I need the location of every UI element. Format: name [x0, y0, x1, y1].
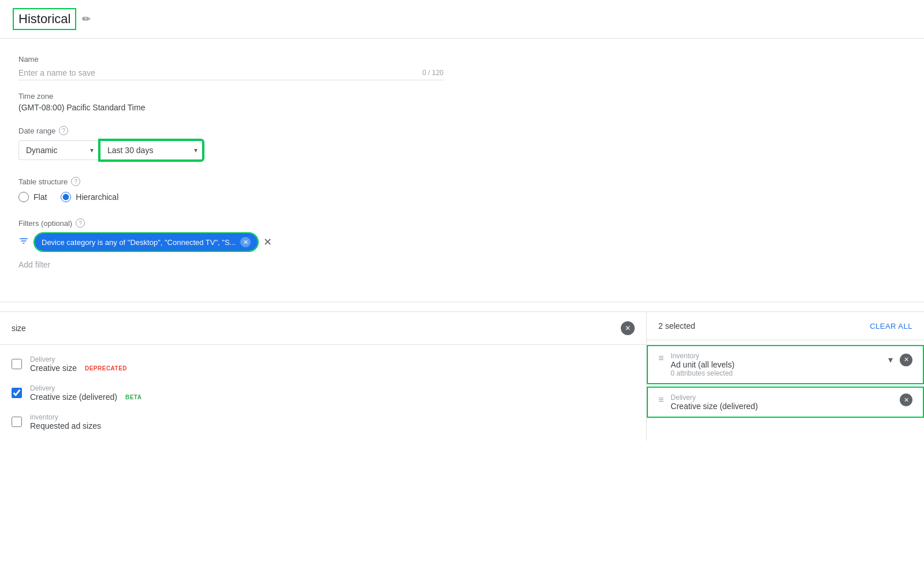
item-badge-deprecated: DEPRECATED: [81, 364, 131, 373]
list-item: inventory Requested ad sizes: [0, 407, 646, 436]
table-structure-label: Table structure ?: [18, 177, 444, 186]
drag-handle-icon: ≡: [658, 353, 664, 363]
header: Historical ✏: [0, 0, 924, 39]
remove-icon: ✕: [904, 396, 909, 404]
filters-help-icon[interactable]: ?: [76, 218, 85, 228]
left-panel-close-button[interactable]: ✕: [621, 321, 635, 335]
name-label: Name: [18, 55, 444, 64]
filters-section: Filters (optional) ? Device category is …: [18, 218, 444, 272]
radio-flat-label: Flat: [33, 192, 47, 202]
name-input[interactable]: [18, 68, 413, 77]
radio-hierarchical-label: Hierarchical: [76, 192, 118, 202]
table-structure-section: Table structure ? Flat Hierarchical: [18, 177, 444, 202]
left-panel-header: size ✕: [0, 312, 646, 345]
radio-flat[interactable]: Flat: [18, 192, 47, 202]
selected-item-row: ≡ Delivery Creative size (delivered) ✕: [647, 387, 924, 418]
remove-item-button[interactable]: ✕: [900, 354, 912, 366]
item-name-row: Creative size DEPRECATED: [30, 363, 131, 373]
date-preset-wrapper: Last 7 days Last 30 days Last 90 days La…: [99, 140, 203, 161]
item-category: Delivery: [30, 384, 145, 392]
filter-row-remove-icon[interactable]: ✕: [263, 236, 272, 248]
item-name-row: Creative size (delivered) BETA: [30, 392, 145, 402]
right-panel: 2 selected CLEAR ALL ≡ Inventory Ad unit…: [647, 312, 924, 441]
filter-chip-close-icon[interactable]: ✕: [240, 237, 251, 247]
add-filter-button[interactable]: Add filter: [18, 258, 50, 272]
selected-items-list: ≡ Inventory Ad unit (all levels) 0 attri…: [647, 340, 924, 422]
left-panel: size ✕ Delivery Creative size DEPRECATED: [0, 312, 647, 441]
radio-hierarchical-input[interactable]: [61, 192, 71, 202]
bottom-section: size ✕ Delivery Creative size DEPRECATED: [0, 311, 924, 441]
timezone-value: (GMT-08:00) Pacific Standard Time: [18, 103, 444, 112]
item-info-creative-size-delivered: Delivery Creative size (delivered) BETA: [30, 384, 145, 402]
date-preset-select[interactable]: Last 7 days Last 30 days Last 90 days La…: [99, 140, 203, 161]
remove-item-button[interactable]: ✕: [900, 393, 912, 406]
table-structure-radio-group: Flat Hierarchical: [18, 192, 444, 202]
item-checkbox-creative-size[interactable]: [12, 359, 22, 369]
selected-count: 2 selected: [658, 321, 695, 331]
selected-item-category: Inventory: [670, 352, 879, 360]
filter-funnel-icon: [18, 236, 29, 249]
items-list: Delivery Creative size DEPRECATED Delive…: [0, 345, 646, 441]
item-info-creative-size: Delivery Creative size DEPRECATED: [30, 355, 131, 373]
timezone-label: Time zone: [18, 92, 444, 101]
selected-item-info-ad-unit: Inventory Ad unit (all levels) 0 attribu…: [670, 352, 879, 377]
drag-handle-icon: ≡: [658, 395, 664, 405]
selected-item-actions: ✕: [900, 393, 912, 406]
name-input-row: 0 / 120: [18, 68, 444, 80]
selected-item-info-creative-delivered: Delivery Creative size (delivered): [670, 393, 893, 411]
item-checkbox-creative-size-delivered[interactable]: [12, 388, 22, 398]
selected-item-row: ≡ Inventory Ad unit (all levels) 0 attri…: [647, 345, 924, 384]
chevron-down-icon: ▾: [888, 355, 893, 365]
selected-item-name: Creative size (delivered): [670, 402, 893, 411]
item-category: inventory: [30, 413, 101, 421]
item-checkbox-requested-ad-sizes[interactable]: [12, 417, 22, 427]
page-container: Historical ✏ Name 0 / 120 Time zone (GMT…: [0, 0, 924, 568]
radio-hierarchical[interactable]: Hierarchical: [61, 192, 118, 202]
table-structure-help-icon[interactable]: ?: [71, 177, 80, 186]
selected-item-sub: 0 attributes selected: [670, 369, 879, 377]
date-range-label: Date range ?: [18, 126, 444, 135]
item-name-row: Requested ad sizes: [30, 421, 101, 430]
date-range-row: Dynamic Fixed ▾ Last 7 days Last 30 days…: [18, 140, 444, 161]
item-info-requested-ad-sizes: inventory Requested ad sizes: [30, 413, 101, 430]
selected-item-category: Delivery: [670, 393, 893, 402]
list-item: Delivery Creative size DEPRECATED: [0, 350, 646, 378]
item-name: Requested ad sizes: [30, 421, 101, 430]
list-item: Delivery Creative size (delivered) BETA: [0, 378, 646, 407]
filter-chip[interactable]: Device category is any of "Desktop", "Co…: [35, 233, 258, 251]
clear-all-button[interactable]: CLEAR ALL: [870, 322, 912, 331]
form-area: Name 0 / 120 Time zone (GMT-08:00) Pacif…: [0, 39, 462, 302]
left-panel-close-icon: ✕: [625, 324, 631, 332]
filter-row: Device category is any of "Desktop", "Co…: [18, 233, 444, 251]
remove-icon: ✕: [904, 356, 909, 363]
radio-flat-input[interactable]: [18, 192, 29, 202]
date-type-select[interactable]: Dynamic Fixed: [18, 140, 99, 160]
filters-label: Filters (optional) ?: [18, 218, 444, 228]
char-count: 0 / 120: [422, 69, 444, 77]
selected-header: 2 selected CLEAR ALL: [647, 312, 924, 340]
selected-item-actions: ▾ ✕: [886, 352, 912, 367]
page-title: Historical: [14, 9, 75, 29]
edit-icon[interactable]: ✏: [82, 13, 91, 25]
item-badge-beta: BETA: [122, 393, 145, 402]
search-label: size: [12, 324, 26, 333]
selected-item-name: Ad unit (all levels): [670, 360, 879, 369]
item-name: Creative size (delivered): [30, 392, 117, 402]
date-type-wrapper: Dynamic Fixed ▾: [18, 140, 99, 160]
date-range-help-icon[interactable]: ?: [59, 126, 68, 135]
expand-button[interactable]: ▾: [886, 352, 895, 367]
divider: [0, 302, 924, 302]
filter-chip-text: Device category is any of "Desktop", "Co…: [42, 238, 236, 247]
item-category: Delivery: [30, 355, 131, 363]
item-name: Creative size: [30, 363, 77, 373]
